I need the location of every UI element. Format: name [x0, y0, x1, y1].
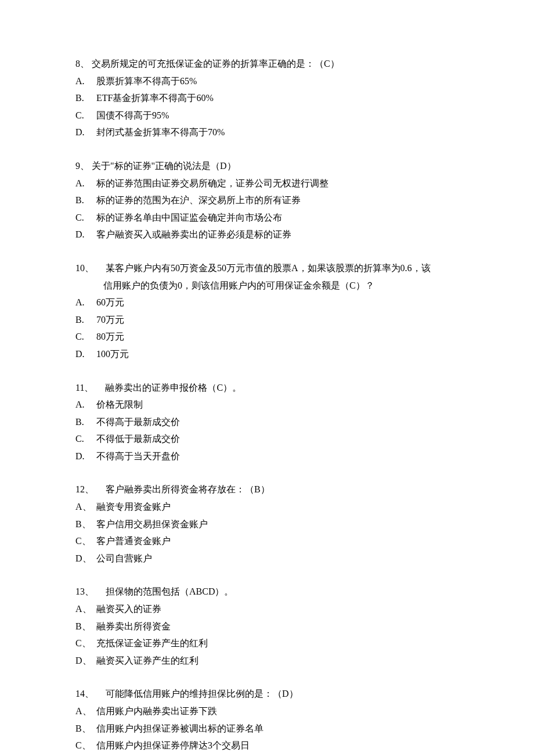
- option-letter: B.: [75, 192, 96, 209]
- option-letter: C、: [75, 737, 96, 754]
- option-text: 标的证券的范围为在沪、深交易所上市的所有证券: [96, 195, 301, 205]
- option-text: 80万元: [96, 332, 124, 341]
- option-c: C、客户普通资金账户: [75, 532, 461, 550]
- question-stem: 8、 交易所规定的可充抵保证金的证券的折算率正确的是：（C）: [75, 55, 461, 73]
- option-text: 充抵保证金证券产生的红利: [96, 638, 208, 648]
- option-letter: A.: [75, 175, 96, 192]
- question-11: 11、 融券卖出的证券申报价格（C）。 A.价格无限制 B.不得高于最新成交价 …: [75, 379, 461, 465]
- option-letter: D.: [75, 345, 96, 363]
- option-letter: A.: [75, 396, 96, 413]
- question-text: 担保物的范围包括（ABCD）。: [106, 586, 233, 596]
- option-letter: C、: [75, 635, 96, 652]
- option-letter: A、: [75, 703, 96, 720]
- option-b: B、融券卖出所得资金: [75, 618, 461, 635]
- option-text: 70万元: [96, 315, 124, 325]
- question-stem: 13、 担保物的范围包括（ABCD）。: [75, 583, 461, 600]
- option-letter: A、: [75, 498, 96, 516]
- option-text: 客户信用交易担保资金账户: [96, 519, 208, 529]
- option-text: 标的证券范围由证券交易所确定，证券公司无权进行调整: [96, 178, 329, 188]
- option-letter: B.: [75, 89, 96, 107]
- option-d: D、融资买入证券产生的红利: [75, 652, 461, 669]
- option-c: C、信用账户内担保证券停牌达3个交易日: [75, 737, 461, 754]
- option-b: B.ETF基金折算率不得高于60%: [75, 89, 461, 107]
- option-text: 标的证券名单由中国证监会确定并向市场公布: [96, 213, 282, 222]
- option-c: C.80万元: [75, 328, 461, 345]
- question-number: 10、: [75, 263, 94, 273]
- option-text: 不得高于最新成交价: [96, 417, 180, 427]
- option-letter: C.: [75, 328, 96, 345]
- question-text: 交易所规定的可充抵保证金的证券的折算率正确的是：（C）: [92, 59, 340, 69]
- question-12: 12、 客户融券卖出所得资金将存放在：（B） A、融资专用资金账户 B、客户信用…: [75, 481, 461, 567]
- question-14: 14、 可能降低信用账户的维持担保比例的是：（D） A、信用账户内融券卖出证券下…: [75, 685, 461, 754]
- question-text: 关于"标的证券"正确的说法是（D）: [92, 161, 236, 171]
- question-13: 13、 担保物的范围包括（ABCD）。 A、融资买入的证券 B、融券卖出所得资金…: [75, 583, 461, 669]
- option-letter: D.: [75, 124, 96, 141]
- option-text: 融资专用资金账户: [96, 502, 171, 512]
- option-letter: A.: [75, 73, 96, 90]
- option-a: A.股票折算率不得高于65%: [75, 73, 461, 90]
- option-text: 国债不得高于95%: [96, 110, 169, 120]
- option-c: C、充抵保证金证券产生的红利: [75, 635, 461, 652]
- question-continuation: 信用账户的负债为0，则该信用账户内的可用保证金余额是（C）？: [75, 277, 461, 294]
- option-letter: B.: [75, 311, 96, 329]
- option-letter: B、: [75, 618, 96, 635]
- option-d: D.100万元: [75, 345, 461, 363]
- question-number: 9、: [75, 161, 89, 171]
- question-number: 8、: [75, 59, 89, 69]
- option-text: 信用账户内担保证券被调出标的证券名单: [96, 723, 264, 733]
- option-d: D、公司自营账户: [75, 550, 461, 567]
- question-9: 9、 关于"标的证券"正确的说法是（D） A.标的证券范围由证券交易所确定，证券…: [75, 157, 461, 243]
- question-text: 某客户账户内有50万资金及50万元市值的股票A，如果该股票的折算率为0.6，该: [106, 263, 431, 273]
- option-text: 封闭式基金折算率不得高于70%: [96, 127, 225, 137]
- question-text: 客户融券卖出所得资金将存放在：（B）: [106, 484, 270, 494]
- option-letter: D.: [75, 448, 96, 465]
- option-letter: A、: [75, 600, 96, 618]
- option-a: A、融资专用资金账户: [75, 498, 461, 516]
- option-d: D.客户融资买入或融券卖出的证券必须是标的证券: [75, 226, 461, 243]
- option-letter: C.: [75, 430, 96, 448]
- option-text: ETF基金折算率不得高于60%: [96, 93, 214, 103]
- question-number: 11、: [75, 383, 93, 393]
- option-c: C.标的证券名单由中国证监会确定并向市场公布: [75, 209, 461, 226]
- option-letter: B、: [75, 720, 96, 737]
- option-text: 信用账户内融券卖出证券下跌: [96, 706, 217, 716]
- question-stem: 14、 可能降低信用账户的维持担保比例的是：（D）: [75, 685, 461, 703]
- option-letter: B.: [75, 413, 96, 431]
- question-text: 融券卖出的证券申报价格（C）。: [105, 383, 241, 393]
- option-text: 融券卖出所得资金: [96, 621, 171, 631]
- question-stem: 12、 客户融券卖出所得资金将存放在：（B）: [75, 481, 461, 498]
- option-d: D.不得高于当天开盘价: [75, 448, 461, 465]
- question-stem: 11、 融券卖出的证券申报价格（C）。: [75, 379, 461, 397]
- question-8: 8、 交易所规定的可充抵保证金的证券的折算率正确的是：（C） A.股票折算率不得…: [75, 55, 461, 141]
- option-a: A、信用账户内融券卖出证券下跌: [75, 703, 461, 720]
- option-b: B.标的证券的范围为在沪、深交易所上市的所有证券: [75, 192, 461, 209]
- option-b: B.70万元: [75, 311, 461, 329]
- option-a: A.标的证券范围由证券交易所确定，证券公司无权进行调整: [75, 175, 461, 192]
- option-c: C.国债不得高于95%: [75, 107, 461, 124]
- option-a: A、融资买入的证券: [75, 600, 461, 618]
- option-text: 公司自营账户: [96, 553, 152, 563]
- question-10: 10、 某客户账户内有50万资金及50万元市值的股票A，如果该股票的折算率为0.…: [75, 260, 461, 363]
- option-a: A.60万元: [75, 294, 461, 311]
- option-text: 信用账户内担保证券停牌达3个交易日: [96, 740, 250, 750]
- option-letter: C.: [75, 209, 96, 226]
- question-text: 可能降低信用账户的维持担保比例的是：（D）: [106, 689, 298, 699]
- option-text: 客户普通资金账户: [96, 536, 171, 546]
- option-text: 100万元: [96, 349, 129, 359]
- option-text: 股票折算率不得高于65%: [96, 76, 197, 86]
- option-d: D.封闭式基金折算率不得高于70%: [75, 124, 461, 141]
- option-letter: D、: [75, 550, 96, 567]
- option-text: 融资买入的证券: [96, 604, 161, 614]
- option-text: 60万元: [96, 297, 124, 307]
- option-text: 价格无限制: [96, 399, 143, 409]
- option-c: C.不得低于最新成交价: [75, 430, 461, 448]
- option-text: 不得高于当天开盘价: [96, 451, 180, 461]
- option-b: B、信用账户内担保证券被调出标的证券名单: [75, 720, 461, 737]
- option-text: 融资买入证券产生的红利: [96, 656, 199, 665]
- option-letter: D、: [75, 652, 96, 669]
- option-letter: C、: [75, 532, 96, 550]
- option-b: B、客户信用交易担保资金账户: [75, 516, 461, 533]
- option-letter: D.: [75, 226, 96, 243]
- question-stem: 9、 关于"标的证券"正确的说法是（D）: [75, 157, 461, 175]
- option-b: B.不得高于最新成交价: [75, 413, 461, 431]
